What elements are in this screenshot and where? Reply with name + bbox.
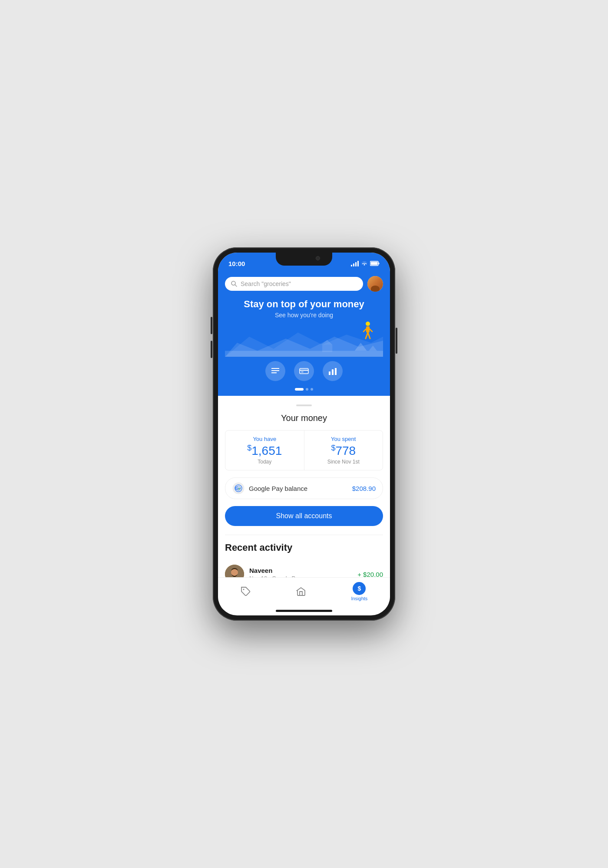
dot-3 bbox=[311, 388, 313, 391]
phone-screen: 10:00 bbox=[218, 253, 390, 615]
balance-row[interactable]: G P Google Pay balance $208.90 bbox=[225, 477, 383, 499]
avatar[interactable] bbox=[367, 276, 383, 292]
header-section: Search "groceries" Stay on top of your m… bbox=[218, 272, 390, 396]
balance-amount: $208.90 bbox=[352, 485, 376, 492]
naveen-info: Naveen Nov 18 · Google Pay bbox=[249, 567, 357, 577]
svg-line-4 bbox=[235, 285, 237, 286]
you-spent-amount: $778 bbox=[311, 444, 376, 457]
you-have-label: You have bbox=[232, 436, 297, 442]
wifi-icon bbox=[361, 261, 368, 266]
svg-rect-20 bbox=[271, 372, 277, 373]
bottom-nav: $ Insights bbox=[218, 577, 390, 610]
chart-action-btn[interactable] bbox=[323, 361, 343, 381]
svg-rect-22 bbox=[332, 369, 334, 375]
quick-actions bbox=[225, 357, 383, 388]
svg-rect-13 bbox=[366, 326, 370, 332]
notch bbox=[276, 253, 332, 266]
home-icon bbox=[296, 586, 306, 597]
card-action-btn[interactable] bbox=[294, 361, 314, 381]
svg-point-29 bbox=[238, 487, 239, 489]
you-spent-label: You spent bbox=[311, 436, 376, 442]
nav-item-insights[interactable]: $ Insights bbox=[351, 582, 367, 601]
search-row: Search "groceries" bbox=[225, 276, 383, 292]
home-indicator[interactable] bbox=[276, 610, 332, 612]
your-money-title: Your money bbox=[225, 413, 383, 423]
svg-rect-10 bbox=[322, 345, 332, 352]
you-spent-period: Since Nov 1st bbox=[311, 459, 376, 465]
nav-item-home[interactable] bbox=[296, 586, 306, 597]
svg-rect-7 bbox=[225, 351, 383, 357]
hero-illustration bbox=[225, 322, 383, 357]
svg-line-15 bbox=[368, 332, 370, 339]
gpay-logo: G P bbox=[232, 482, 245, 494]
insights-badge: $ bbox=[353, 582, 366, 595]
you-have-amount: $1,651 bbox=[232, 444, 297, 457]
nav-item-pay[interactable] bbox=[241, 586, 251, 597]
dot-1 bbox=[295, 388, 304, 391]
search-placeholder: Search "groceries" bbox=[241, 280, 291, 287]
hero-title: Stay on top of your money bbox=[225, 299, 383, 310]
signal-icon bbox=[351, 261, 359, 266]
you-have-currency: $ bbox=[247, 444, 251, 452]
hero-subtitle: See how you're doing bbox=[225, 312, 383, 319]
content-section: Your money You have $1,651 Today You spe… bbox=[218, 396, 390, 577]
svg-point-32 bbox=[243, 589, 244, 590]
dot-2 bbox=[306, 388, 308, 391]
svg-rect-18 bbox=[271, 368, 279, 369]
you-spent-currency: $ bbox=[331, 444, 335, 452]
svg-rect-1 bbox=[371, 262, 378, 265]
activity-item[interactable]: Naveen Nov 18 · Google Pay + $20.00 bbox=[225, 560, 383, 577]
carousel-dots bbox=[225, 388, 383, 396]
battery-icon bbox=[370, 261, 380, 266]
search-bar[interactable]: Search "groceries" bbox=[225, 277, 363, 291]
naveen-amount: + $20.00 bbox=[357, 571, 383, 577]
balance-label: Google Pay balance bbox=[249, 485, 352, 492]
svg-rect-19 bbox=[271, 370, 279, 371]
you-spent-stat: You spent $778 Since Nov 1st bbox=[304, 431, 383, 470]
svg-line-17 bbox=[370, 329, 372, 332]
tag-icon bbox=[241, 586, 251, 597]
svg-point-12 bbox=[366, 322, 370, 326]
divider bbox=[225, 535, 383, 535]
naveen-name: Naveen bbox=[249, 567, 357, 574]
svg-rect-23 bbox=[335, 368, 337, 375]
volume-up-btn[interactable] bbox=[211, 317, 212, 334]
svg-rect-2 bbox=[379, 263, 380, 264]
you-have-period: Today bbox=[232, 459, 297, 465]
show-all-accounts-button[interactable]: Show all accounts bbox=[225, 506, 383, 526]
insights-label: Insights bbox=[351, 596, 367, 601]
search-icon bbox=[231, 281, 237, 287]
phone-device: 10:00 bbox=[213, 247, 395, 621]
transactions-action-btn[interactable] bbox=[265, 361, 285, 381]
drag-indicator[interactable] bbox=[296, 404, 312, 406]
naveen-avatar bbox=[225, 565, 244, 577]
svg-line-16 bbox=[363, 329, 366, 332]
status-icons bbox=[351, 261, 380, 266]
money-stats: You have $1,651 Today You spent $778 Sin… bbox=[225, 430, 383, 470]
svg-rect-21 bbox=[329, 372, 330, 375]
volume-down-btn[interactable] bbox=[211, 341, 212, 358]
camera bbox=[316, 256, 320, 260]
recent-activity-title: Recent activity bbox=[225, 542, 383, 553]
person-illustration bbox=[361, 320, 374, 344]
you-have-stat: You have $1,651 Today bbox=[225, 431, 304, 470]
power-btn[interactable] bbox=[396, 328, 397, 354]
status-time: 10:00 bbox=[228, 260, 245, 267]
hero-text: Stay on top of your money See how you're… bbox=[225, 299, 383, 319]
